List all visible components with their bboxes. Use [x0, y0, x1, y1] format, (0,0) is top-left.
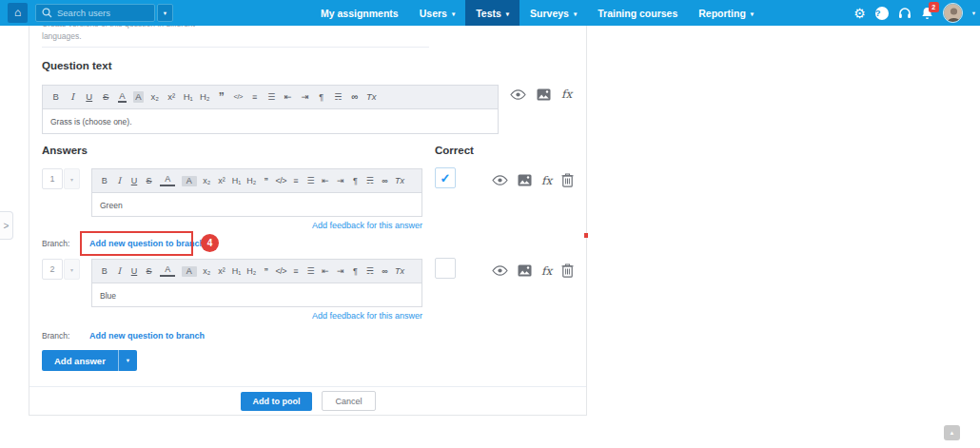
bold-icon[interactable]: B [48, 92, 65, 102]
nav-item-surveys[interactable]: Surveys ▾ [519, 0, 587, 26]
preview-button[interactable] [492, 265, 508, 276]
ordered-list-icon[interactable]: ≡ [246, 93, 264, 102]
avatar[interactable] [943, 3, 963, 23]
heading2-icon[interactable]: H₂ [244, 177, 259, 185]
indent-icon[interactable]: ⇥ [333, 177, 348, 185]
paragraph-icon[interactable]: ¶ [348, 267, 363, 276]
strikethrough-icon[interactable]: S [98, 92, 115, 102]
subscript-icon[interactable]: x₂ [200, 177, 215, 185]
strikethrough-icon[interactable]: S [142, 177, 157, 185]
background-color-icon[interactable]: A [182, 266, 197, 277]
underline-icon[interactable]: U [81, 92, 98, 102]
add-feedback-link[interactable]: Add feedback for this answer [91, 221, 422, 230]
add-feedback-link[interactable]: Add feedback for this answer [91, 311, 422, 321]
delete-answer-button[interactable] [561, 173, 574, 187]
insert-image-button[interactable] [518, 174, 532, 186]
help-button[interactable]: ? [875, 7, 889, 20]
remove-format-icon[interactable]: Tx [363, 92, 381, 102]
remove-format-icon[interactable]: Tx [392, 267, 407, 276]
superscript-icon[interactable]: x² [214, 267, 229, 276]
nav-item-reporting[interactable]: Reporting ▾ [688, 0, 764, 26]
blockquote-icon[interactable]: ” [213, 91, 230, 103]
nav-item-tests[interactable]: Tests ▾ [465, 0, 519, 26]
unordered-list-icon[interactable]: ☰ [304, 177, 319, 185]
heading1-icon[interactable]: H₁ [229, 177, 245, 185]
align-icon[interactable]: ☴ [363, 177, 378, 185]
answer-text-input[interactable]: Blue [91, 283, 422, 307]
paragraph-icon[interactable]: ¶ [348, 177, 363, 185]
text-color-icon[interactable]: A [118, 91, 127, 104]
add-answer-button[interactable]: Add answer [42, 350, 118, 371]
preview-button[interactable] [510, 89, 526, 100]
question-text-input[interactable]: Grass is (choose one). [42, 109, 499, 134]
add-branch-question-link[interactable]: Add new question to branch [89, 331, 205, 341]
outdent-icon[interactable]: ⇤ [318, 267, 333, 276]
profile-menu-button[interactable]: ▾ [972, 10, 975, 17]
underline-icon[interactable]: U [127, 177, 142, 185]
unordered-list-icon[interactable]: ☰ [304, 267, 319, 276]
ordered-list-icon[interactable]: ≡ [288, 177, 304, 185]
nav-item-users[interactable]: Users ▾ [409, 0, 465, 26]
link-icon[interactable]: ∞ [378, 267, 393, 276]
indent-icon[interactable]: ⇥ [297, 92, 314, 102]
delete-answer-button[interactable] [561, 263, 574, 278]
formula-button[interactable]: fx [541, 174, 552, 187]
nav-item-my-assignments[interactable]: My assignments [310, 0, 409, 26]
correct-checkbox[interactable] [435, 258, 456, 279]
home-button[interactable]: ⌂ [8, 3, 28, 23]
bold-icon[interactable]: B [97, 267, 112, 276]
cancel-button[interactable]: Cancel [322, 391, 375, 411]
correct-checkbox[interactable]: ✓ [435, 167, 456, 188]
strikethrough-icon[interactable]: S [142, 267, 157, 276]
heading2-icon[interactable]: H₂ [197, 92, 214, 102]
add-answer-dropdown-button[interactable]: ▾ [118, 350, 137, 371]
unordered-list-icon[interactable]: ☰ [264, 93, 281, 102]
support-button[interactable] [898, 7, 911, 19]
heading1-icon[interactable]: H₁ [229, 267, 245, 276]
superscript-icon[interactable]: x² [214, 177, 229, 185]
outdent-icon[interactable]: ⇤ [280, 92, 297, 102]
bold-icon[interactable]: B [97, 177, 112, 185]
italic-icon[interactable]: I [112, 177, 127, 185]
background-color-icon[interactable]: A [182, 176, 197, 186]
nav-item-training-courses[interactable]: Training courses [587, 0, 688, 26]
answer-text-input[interactable]: Green [91, 193, 422, 217]
italic-icon[interactable]: I [112, 267, 127, 276]
insert-image-button[interactable] [518, 264, 532, 277]
code-icon[interactable]: </> [274, 177, 289, 185]
code-icon[interactable]: </> [230, 93, 247, 101]
heading2-icon[interactable]: H₂ [244, 267, 259, 276]
italic-icon[interactable]: I [65, 92, 82, 102]
text-color-icon[interactable]: A [160, 265, 175, 277]
blockquote-icon[interactable]: ” [259, 267, 274, 276]
paragraph-icon[interactable]: ¶ [313, 93, 330, 102]
ordered-list-icon[interactable]: ≡ [288, 267, 304, 276]
background-color-icon[interactable]: A [133, 91, 144, 103]
outdent-icon[interactable]: ⇤ [318, 177, 333, 185]
answer-order-dropdown[interactable]: ▾ [64, 259, 80, 280]
heading1-icon[interactable]: H₁ [180, 92, 197, 102]
formula-button[interactable]: fx [561, 88, 572, 101]
expand-sidebar-button[interactable]: > [0, 211, 13, 240]
search-input[interactable]: Search users [35, 4, 155, 22]
indent-icon[interactable]: ⇥ [333, 267, 348, 276]
settings-button[interactable]: ⚙ [853, 7, 866, 20]
link-icon[interactable]: ∞ [378, 177, 393, 185]
subscript-icon[interactable]: x₂ [147, 92, 164, 102]
align-icon[interactable]: ☴ [363, 267, 378, 276]
blockquote-icon[interactable]: ” [259, 177, 274, 185]
link-icon[interactable]: ∞ [346, 92, 363, 102]
add-to-pool-button[interactable]: Add to pool [241, 392, 313, 411]
superscript-icon[interactable]: x² [164, 92, 181, 102]
preview-button[interactable] [492, 175, 508, 185]
text-color-icon[interactable]: A [160, 175, 175, 186]
notifications-button[interactable]: 2 [921, 7, 933, 20]
search-options-button[interactable]: ▾ [157, 4, 173, 22]
remove-format-icon[interactable]: Tx [392, 177, 407, 185]
subscript-icon[interactable]: x₂ [200, 267, 215, 276]
align-icon[interactable]: ☴ [330, 93, 347, 102]
insert-image-button[interactable] [537, 88, 551, 101]
underline-icon[interactable]: U [127, 267, 142, 276]
answer-order-dropdown[interactable]: ▾ [64, 168, 80, 189]
code-icon[interactable]: </> [274, 267, 289, 276]
